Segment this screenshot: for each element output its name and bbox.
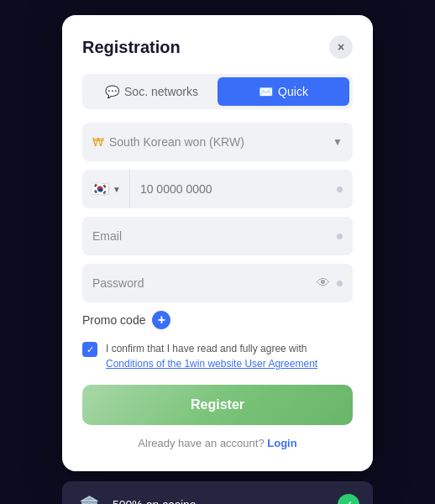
checkmark-icon: ✓: [86, 344, 94, 355]
agreement-text: I confirm that I have read and fully agr…: [106, 341, 353, 371]
promo-label: Promo code: [82, 313, 145, 327]
currency-icon: ₩: [92, 135, 104, 149]
register-button[interactable]: Register: [82, 385, 353, 425]
email-field[interactable]: Email: [82, 217, 353, 255]
registration-modal: Registration × 💬 Soc. networks ✉️ Quick …: [62, 15, 373, 471]
chevron-down-icon: ▼: [113, 185, 121, 194]
chevron-down-icon: ▼: [333, 136, 343, 148]
email-placeholder: Email: [92, 229, 337, 243]
promo-check-icon: ✓: [338, 494, 359, 504]
close-button[interactable]: ×: [329, 35, 353, 59]
tab-social-networks[interactable]: 💬 Soc. networks: [86, 77, 218, 106]
chat-icon: 💬: [105, 85, 119, 98]
currency-value: South Korean won (KRW): [109, 135, 333, 149]
tab-switcher: 💬 Soc. networks ✉️ Quick: [82, 74, 353, 109]
password-placeholder: Password: [92, 276, 317, 290]
eye-icon: 👁: [317, 276, 330, 291]
phone-input[interactable]: [130, 182, 337, 196]
promo-add-button[interactable]: +: [152, 311, 170, 329]
flag-icon: 🇰🇷: [91, 180, 109, 198]
agreement-link[interactable]: Conditions of the 1win website User Agre…: [106, 358, 317, 370]
login-link[interactable]: Login: [267, 437, 296, 449]
phone-field-dot: [337, 186, 343, 192]
phone-field: 🇰🇷 ▼: [82, 170, 353, 208]
agreement-checkbox[interactable]: ✓: [82, 342, 97, 357]
password-field[interactable]: Password 👁: [82, 264, 353, 302]
agreement-section: ✓ I confirm that I have read and fully a…: [82, 341, 353, 371]
envelope-icon: ✉️: [259, 85, 273, 98]
email-field-dot: [337, 234, 343, 239]
phone-prefix-selector[interactable]: 🇰🇷 ▼: [82, 170, 130, 208]
promo-casino-text: 500% on casino: [113, 498, 338, 504]
promo-banners: 🏛️ 500% on casino ✓ 💰 Up to 30% cashback…: [62, 481, 373, 504]
promo-banner-casino: 🏛️ 500% on casino ✓: [62, 481, 373, 504]
promo-section: Promo code +: [82, 311, 353, 329]
casino-icon: 🏛️: [76, 491, 102, 504]
tab-quick[interactable]: ✉️ Quick: [218, 77, 349, 106]
modal-header: Registration ×: [82, 35, 353, 59]
modal-title: Registration: [82, 38, 181, 57]
currency-field[interactable]: ₩ South Korean won (KRW) ▼: [82, 123, 353, 161]
password-field-dot: [337, 281, 343, 286]
login-section: Already have an account? Login: [82, 437, 353, 449]
